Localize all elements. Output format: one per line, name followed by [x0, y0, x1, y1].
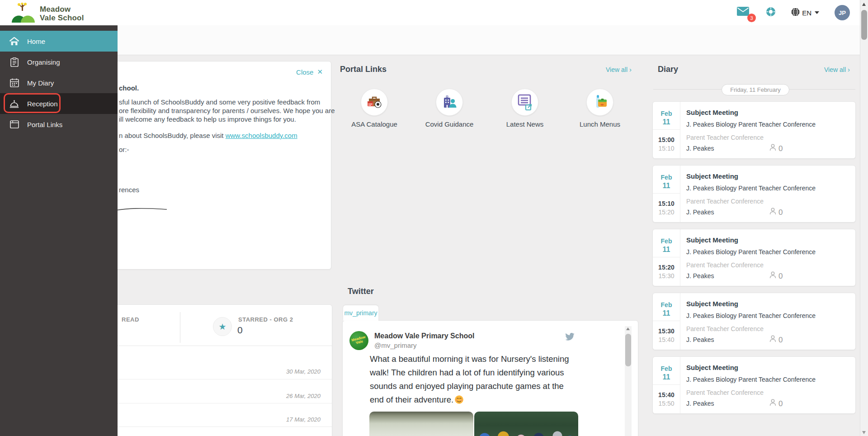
diary-entry-subtitle: J. Peakes Biology Parent Teacher Confere… [686, 248, 816, 256]
tweet-card: Meadow Vale Meadow Vale Primary School @… [342, 320, 638, 436]
diary-entry-day: 11 [653, 118, 680, 126]
message-row-date: 26 Mar, 2020 [286, 393, 321, 399]
toolbar-strip [0, 25, 860, 55]
portal-item-asa-catalogue[interactable]: ASA Catalogue [340, 89, 408, 128]
diary-entry-attendee-count: 0 [778, 208, 783, 217]
starred-tab[interactable]: STARRED - ORG 2 [238, 316, 293, 323]
diary-entry-title: Subject Meeting [686, 109, 738, 116]
schoolsbuddy-link[interactable]: www.schoolsbuddy.com [226, 132, 297, 139]
diary-entry-month: Feb [653, 365, 680, 372]
attendee-person-icon [769, 144, 776, 153]
diary-entry-start-time: 15:20 [653, 264, 680, 271]
scroll-up-arrow-icon[interactable] [626, 327, 630, 330]
tweet-scrollbar [625, 326, 632, 436]
diary-entry-teacher: J. Peakes [686, 209, 714, 216]
sidebar-item-portal-links[interactable]: Portal Links [0, 114, 118, 135]
twitter-title: Twitter [348, 287, 374, 296]
diary-entry-day: 11 [653, 246, 680, 254]
diary-entry-end-time: 15:30 [653, 272, 680, 280]
chevron-right-icon: › [629, 66, 632, 73]
diary-entry-month: Feb [653, 301, 680, 308]
sidebar-item-label: My Diary [27, 79, 54, 87]
logo-hills-icon [12, 3, 36, 24]
sidebar-item-home[interactable]: Home [0, 31, 118, 52]
portal-item-latest-news[interactable]: Latest News [491, 89, 559, 128]
diary-view-all-link[interactable]: View all › [824, 66, 850, 73]
view-all-label: View all [824, 66, 846, 73]
scroll-up-arrow-icon[interactable] [862, 3, 866, 6]
welcome-conferences-fragment: rences [119, 186, 139, 194]
diary-entry-title: Subject Meeting [686, 364, 738, 371]
tweet-photo-2[interactable] [474, 412, 578, 436]
chevron-right-icon: › [848, 66, 850, 73]
diary-entry-attendee-count: 0 [778, 399, 783, 408]
sidebar-item-label: Reception [27, 100, 58, 108]
tweet-author-name[interactable]: Meadow Vale Primary School [374, 332, 474, 340]
school-logo[interactable]: Meadow Vale School [12, 3, 84, 24]
diary-entry-end-time: 15:10 [653, 145, 680, 152]
lifebuoy-icon [766, 10, 776, 18]
diary-title: Diary [658, 65, 678, 74]
welcome-paragraph: sful launch of SchoolsBuddy and some ver… [119, 98, 335, 123]
diary-entry-teacher: J. Peakes [686, 400, 714, 407]
close-welcome-button[interactable]: Close ✕ [296, 68, 323, 76]
view-all-label: View all [606, 66, 627, 73]
welcome-para-line2: ore flexibility and transparency for par… [119, 106, 335, 115]
sidebar-item-organising[interactable]: Organising [0, 52, 118, 72]
attendee-person-icon [769, 208, 776, 217]
sidebar-item-reception[interactable]: Reception [0, 93, 118, 114]
help-button[interactable] [766, 7, 776, 19]
tweet-photo-1[interactable] [369, 412, 473, 436]
diary-date-pill: Friday, 11 February [722, 84, 789, 95]
page-scrollbar-thumb[interactable] [861, 10, 867, 40]
tweet-scrollbar-thumb[interactable] [625, 334, 631, 366]
browser-window-icon [9, 120, 19, 129]
language-selector[interactable]: EN [791, 8, 819, 18]
diary-entry-card[interactable]: Feb 11 15:40 15:50 Subject Meeting J. Pe… [652, 356, 856, 414]
portal-item-label: Covid Guidance [415, 120, 483, 128]
tweet-author-handle[interactable]: @mv_primary [374, 341, 417, 349]
diary-entry-teacher: J. Peakes [686, 272, 714, 280]
diary-entry-attendee-count: 0 [778, 336, 783, 345]
attendee-person-icon [769, 271, 776, 281]
diary-entry-end-time: 15:20 [653, 209, 680, 216]
read-tab[interactable]: READ [122, 316, 139, 323]
diary-entry-title: Subject Meeting [686, 172, 738, 180]
home-icon [9, 37, 19, 46]
diary-entry-subtitle: J. Peakes Biology Parent Teacher Confere… [686, 121, 816, 128]
diary-entry-card[interactable]: Feb 11 15:20 15:30 Subject Meeting J. Pe… [652, 229, 856, 286]
diary-entry-subtitle: J. Peakes Biology Parent Teacher Confere… [686, 185, 816, 192]
portal-view-all-link[interactable]: View all › [606, 66, 632, 73]
welcome-title-fragment: chool. [119, 84, 139, 92]
diary-entry-end-time: 15:50 [653, 400, 680, 407]
diary-entry-subtitle: J. Peakes Biology Parent Teacher Confere… [686, 312, 816, 319]
chevron-down-icon [815, 11, 819, 14]
message-row-date: 30 Mar, 2020 [286, 368, 321, 375]
diary-entry-month: Feb [653, 174, 680, 181]
diary-entry-category: Parent Teacher Conference [686, 134, 764, 141]
diary-entry-end-time: 15:40 [653, 336, 680, 343]
portal-item-lunch-menus[interactable]: Lunch Menus [566, 89, 634, 128]
user-avatar[interactable]: JP [835, 5, 850, 20]
twitter-account-tab[interactable]: mv_primary [343, 305, 378, 321]
header-divider [180, 312, 180, 343]
attendee-person-icon [769, 335, 776, 345]
diary-entry-start-time: 15:10 [653, 200, 680, 207]
diary-entry-category: Parent Teacher Conference [686, 261, 764, 269]
portal-item-covid-guidance[interactable]: Covid Guidance [415, 89, 483, 128]
messages-button[interactable]: 3 [737, 7, 750, 19]
sidebar-item-my-diary[interactable]: My Diary [0, 72, 118, 93]
diary-entry-title: Subject Meeting [686, 236, 738, 244]
diary-entry-teacher: J. Peakes [686, 336, 714, 343]
scroll-down-arrow-icon[interactable] [862, 431, 866, 434]
diary-entry-card[interactable]: Feb 11 15:00 15:10 Subject Meeting J. Pe… [652, 101, 856, 159]
diary-entry-card[interactable]: Feb 11 15:10 15:20 Subject Meeting J. Pe… [652, 165, 856, 223]
diary-entry-card[interactable]: Feb 11 15:30 15:40 Subject Meeting J. Pe… [652, 293, 856, 350]
language-code: EN [802, 9, 811, 17]
covid-guidance-icon [436, 89, 463, 116]
tweet-author-avatar[interactable]: Meadow Vale [349, 331, 368, 350]
sidebar-item-label: Portal Links [27, 121, 62, 128]
starred-circle: ★ [213, 317, 232, 336]
diary-entry-day: 11 [653, 373, 680, 381]
twitter-bird-icon[interactable] [565, 333, 575, 342]
